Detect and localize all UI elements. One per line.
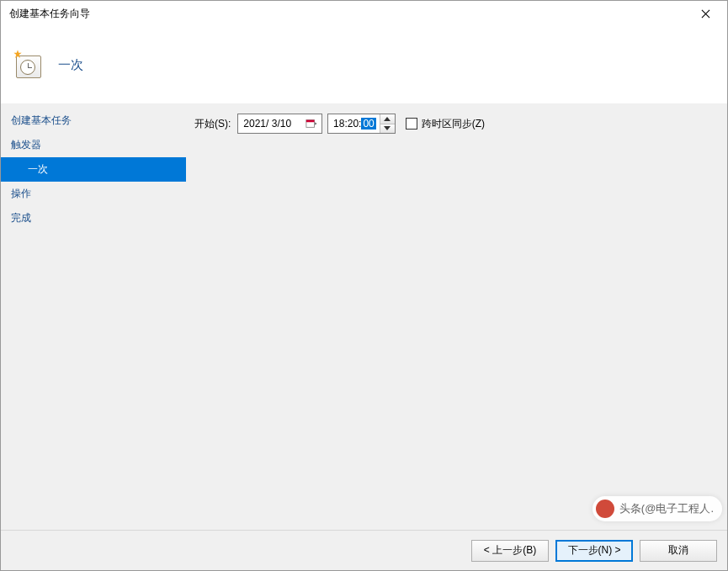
svg-rect-1 bbox=[306, 120, 315, 123]
watermark: 头条(@电子工程人. bbox=[592, 496, 722, 521]
start-row: 开始(S): 2021/ 3/10 18:20:00 bbox=[194, 114, 719, 134]
wizard-body: 创建基本任务 触发器 一次 操作 完成 开始(S): 2021/ 3/10 bbox=[1, 103, 727, 530]
close-icon bbox=[701, 9, 710, 19]
wizard-header: 一次 bbox=[1, 26, 727, 103]
tz-sync-label: 跨时区同步(Z) bbox=[422, 117, 485, 131]
sidebar-item-create-task[interactable]: 创建基本任务 bbox=[1, 108, 186, 133]
watermark-text: 头条(@电子工程人. bbox=[619, 501, 714, 516]
titlebar: 创建基本任务向导 bbox=[1, 1, 727, 26]
window-title: 创建基本任务向导 bbox=[9, 7, 90, 21]
time-spin-down[interactable] bbox=[380, 124, 395, 134]
time-hour-min: 18:20: bbox=[333, 118, 361, 130]
chevron-down-icon bbox=[384, 126, 391, 130]
time-spin-up[interactable] bbox=[380, 114, 395, 124]
sidebar-item-action[interactable]: 操作 bbox=[1, 182, 186, 206]
start-time-picker[interactable]: 18:20:00 bbox=[327, 114, 396, 134]
tz-sync-checkbox[interactable]: 跨时区同步(Z) bbox=[406, 117, 485, 131]
start-time-value: 18:20:00 bbox=[328, 114, 380, 133]
start-label: 开始(S): bbox=[194, 117, 231, 131]
wizard-dialog: 创建基本任务向导 一次 创建基本任务 触发器 一次 操作 完成 开始(S): 2… bbox=[0, 0, 728, 571]
time-seconds-selected: 00 bbox=[361, 118, 375, 130]
date-dropdown-button[interactable] bbox=[303, 115, 320, 132]
wizard-content: 开始(S): 2021/ 3/10 18:20:00 bbox=[186, 103, 727, 530]
start-date-value: 2021/ 3/10 bbox=[243, 118, 301, 130]
sidebar-item-trigger[interactable]: 触发器 bbox=[1, 133, 186, 157]
sidebar-item-finish[interactable]: 完成 bbox=[1, 206, 186, 230]
close-button[interactable] bbox=[688, 2, 722, 25]
chevron-up-icon bbox=[384, 117, 391, 121]
cancel-button[interactable]: 取消 bbox=[640, 540, 717, 562]
back-button[interactable]: < 上一步(B) bbox=[471, 540, 549, 562]
calendar-dropdown-icon bbox=[306, 118, 317, 130]
next-button[interactable]: 下一步(N) > bbox=[555, 540, 633, 562]
watermark-avatar-icon bbox=[596, 500, 614, 518]
start-date-picker[interactable]: 2021/ 3/10 bbox=[237, 114, 322, 134]
wizard-steps-sidebar: 创建基本任务 触发器 一次 操作 完成 bbox=[1, 103, 186, 530]
sidebar-item-once[interactable]: 一次 bbox=[1, 157, 186, 182]
page-heading: 一次 bbox=[58, 57, 83, 73]
wizard-calendar-clock-icon bbox=[13, 50, 43, 80]
time-spinner bbox=[380, 114, 395, 133]
checkbox-box-icon bbox=[406, 118, 417, 130]
wizard-footer: < 上一步(B) 下一步(N) > 取消 bbox=[1, 530, 727, 570]
